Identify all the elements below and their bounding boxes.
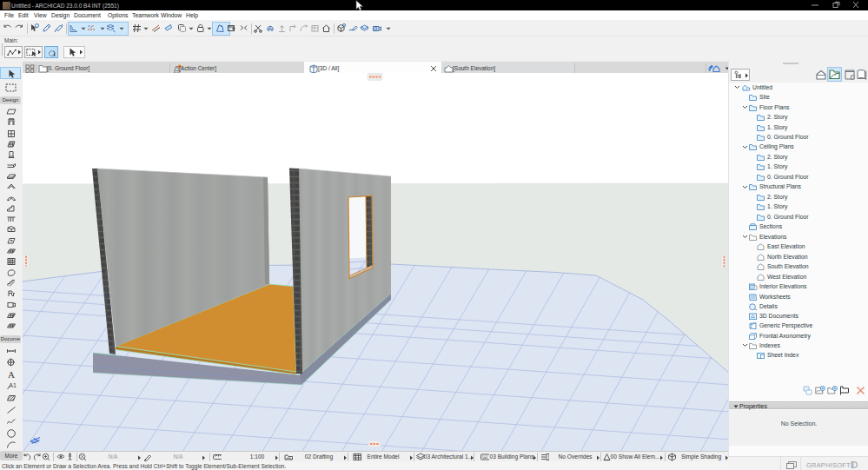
svg-text:A: A: [8, 369, 15, 380]
svg-text:A1: A1: [9, 382, 17, 388]
